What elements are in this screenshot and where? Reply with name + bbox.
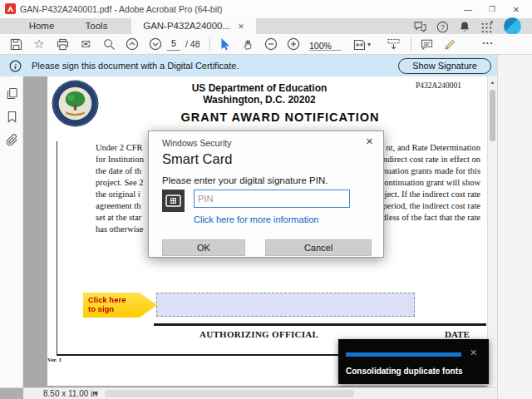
version-label: Ver. 1: [47, 357, 62, 363]
signature-field[interactable]: [156, 293, 415, 317]
acrobat-window: GAN-P432A240001.pdf - Adobe Acrobat Pro …: [0, 0, 532, 399]
feedback-icon[interactable]: [413, 20, 426, 33]
right-tools-rail: A ◀: [497, 55, 532, 399]
tab-document-label: GAN-P432A24000...: [143, 21, 230, 31]
date-label: DATE: [445, 329, 470, 339]
doc-text-line: continuation grant will show: [373, 177, 480, 189]
toast-close-icon[interactable]: ✕: [470, 347, 477, 358]
next-page-icon[interactable]: [148, 37, 163, 52]
table-border-vertical: [57, 141, 57, 355]
restore-button[interactable]: ❐: [480, 0, 504, 18]
more-information-link[interactable]: Click here for more information: [194, 214, 318, 224]
main-toolbar: ☆ ✉ 5 / 48 100% ▾: [0, 34, 532, 55]
help-icon[interactable]: ?: [436, 20, 449, 33]
title-bar: GAN-P432A240001.pdf - Adobe Acrobat Pro …: [0, 0, 532, 18]
attachments-paperclip-icon[interactable]: [5, 133, 18, 146]
zoom-level-dropdown[interactable]: 100% ▾: [309, 37, 341, 51]
doc-text-line: the date of th: [96, 165, 144, 177]
notifications-bell-icon[interactable]: [458, 20, 471, 33]
user-avatar[interactable]: [504, 17, 521, 35]
windows-security-dialog: Windows Security ✕ Smart Card Please ent…: [148, 131, 384, 258]
tab-home[interactable]: Home: [18, 18, 65, 34]
info-icon: i: [8, 59, 22, 72]
doc-text-line: for Institution: [96, 154, 144, 165]
doc-heading: GRANT AWARD NOTIFICATION: [114, 111, 446, 124]
toolbar-divider: [209, 37, 210, 51]
bookmarks-icon[interactable]: [5, 110, 18, 123]
save-icon[interactable]: [8, 37, 23, 52]
flag-text-line1: Click here: [88, 295, 157, 304]
tab-document[interactable]: GAN-P432A24000... ✕: [131, 18, 256, 35]
scroll-left-arrow[interactable]: ◀: [93, 390, 97, 397]
doc-text-line: ndirect cost rate in effect on: [373, 154, 480, 165]
app-grid-icon[interactable]: [480, 20, 493, 33]
doc-title-line2: Washington, D.C. 20202: [93, 94, 426, 106]
statusbar-corner: [0, 388, 23, 399]
doc-text-line: rdless of the fact that the rate: [373, 212, 480, 224]
window-title: GAN-P432A240001.pdf - Adobe Acrobat Pro …: [20, 0, 222, 18]
svg-text:?: ?: [441, 22, 445, 31]
doc-paragraph-right-fragment: nt, and Rate Determination ndirect cost …: [373, 142, 480, 224]
click-to-sign-flag[interactable]: Click here to sign: [83, 293, 157, 318]
dialog-prompt: Please enter your digital signature PIN.: [162, 175, 328, 185]
cancel-button[interactable]: Cancel: [265, 239, 372, 256]
tab-bar: Home Tools GAN-P432A24000... ✕ ?: [0, 18, 532, 34]
show-signature-button[interactable]: Show Signature: [398, 58, 491, 74]
doc-paragraph-left-fragment: Under 2 CFR for Institution the date of …: [96, 142, 144, 235]
dialog-titlebar-text: Windows Security: [162, 138, 231, 148]
doc-text-line: set at the star: [96, 212, 144, 224]
fit-caret-icon[interactable]: ▾: [366, 40, 372, 48]
pin-input[interactable]: [194, 190, 350, 208]
scrollbar-thumb[interactable]: [490, 90, 495, 141]
email-icon[interactable]: ✉: [78, 37, 93, 52]
page-total-label: / 48: [185, 39, 200, 49]
progress-bar: [346, 352, 461, 357]
acrobat-logo-icon: [5, 3, 16, 14]
doc-text-line: project. See 2: [96, 177, 144, 189]
zoom-in-icon[interactable]: [286, 37, 301, 52]
left-navigation-rail: [0, 76, 23, 387]
doc-text-line: Under 2 CFR: [96, 142, 144, 154]
print-icon[interactable]: [55, 37, 70, 52]
progress-toast: ✕ Consolidating duplicate fonts: [338, 339, 489, 384]
zoom-level-value: 100%: [309, 41, 332, 51]
hand-tool-icon[interactable]: [241, 37, 256, 52]
page-scrolling-icon[interactable]: [386, 37, 401, 52]
minimize-button[interactable]: —: [456, 0, 480, 18]
authorizing-official-label: AUTHORIZING OFFICIAL: [200, 329, 318, 339]
department-of-education-seal: [52, 80, 99, 127]
doc-text-line: the original i: [96, 189, 144, 200]
dialog-close-icon[interactable]: ✕: [366, 136, 373, 147]
page-number-input[interactable]: 5: [167, 38, 180, 51]
digital-certificate-notice: i Please sign this document with a Digit…: [0, 55, 497, 76]
svg-text:i: i: [14, 62, 17, 70]
horizontal-scrollbar-thumb[interactable]: [105, 390, 354, 397]
doc-text-line: oject. If the indirect cost rate: [373, 189, 480, 200]
doc-text-line: has otherwise: [96, 224, 144, 235]
status-bar: 8.50 x 11.00 in ◀: [0, 387, 497, 399]
doc-text-line: nt, and Rate Determination: [373, 142, 480, 154]
search-icon[interactable]: [101, 37, 116, 52]
dialog-heading: Smart Card: [162, 151, 232, 167]
page-size-label: 8.50 x 11.00 in: [43, 389, 97, 398]
ok-button[interactable]: OK: [162, 239, 245, 256]
highlight-pen-icon[interactable]: [442, 37, 457, 52]
more-tools-ellipsis[interactable]: ...: [482, 34, 494, 47]
star-icon[interactable]: ☆: [32, 37, 47, 52]
flag-text-line2: to sign: [88, 304, 157, 313]
grant-award-code: P432A240001: [416, 81, 461, 90]
doc-text-line: t period, the indirect cost rate: [373, 200, 480, 212]
comment-icon[interactable]: [419, 37, 434, 52]
tab-tools[interactable]: Tools: [73, 18, 120, 34]
zoom-out-icon[interactable]: [264, 37, 278, 52]
doc-text-line: agreement th: [96, 200, 144, 212]
previous-page-icon[interactable]: [125, 37, 140, 52]
scroll-up-arrow[interactable]: ▲: [488, 78, 497, 86]
smart-card-icon: [162, 190, 185, 212]
page-thumbnails-icon[interactable]: [5, 86, 18, 100]
close-button[interactable]: ✕: [505, 0, 528, 18]
doc-title-line1: US Department of Education: [93, 82, 426, 94]
tab-close-icon[interactable]: ✕: [238, 22, 244, 31]
toolbar-divider: [411, 37, 411, 51]
select-tool-icon[interactable]: [218, 37, 233, 52]
